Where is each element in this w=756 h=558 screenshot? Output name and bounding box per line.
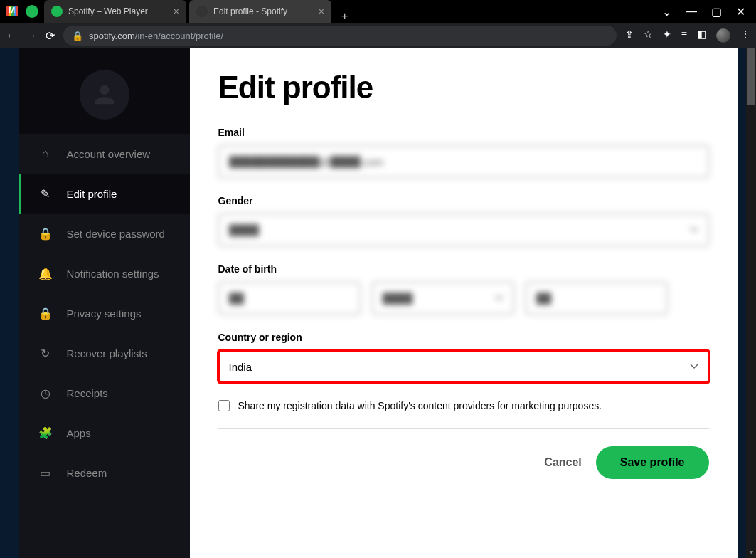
sidebar-item-set-device-password[interactable]: 🔒 Set device password: [19, 214, 190, 253]
button-row: Cancel Save profile: [218, 446, 709, 479]
lock-icon: 🔒: [38, 227, 53, 241]
sidebar-item-label: Account overview: [67, 148, 151, 160]
sidebar-item-label: Apps: [67, 427, 91, 439]
tab-title: Edit profile - Spotify: [213, 6, 287, 16]
lock-icon: 🔒: [72, 31, 83, 41]
save-button[interactable]: Save profile: [596, 446, 709, 479]
country-label: Country or region: [218, 332, 709, 343]
address-bar: ← → ⟳ 🔒 spotify.com/in-en/account/profil…: [0, 23, 756, 48]
country-select[interactable]: India: [218, 350, 709, 383]
tabs-area: Spotify – Web Player × Edit profile - Sp…: [0, 0, 355, 23]
profile-avatar-icon[interactable]: [716, 28, 730, 43]
chevron-down-icon[interactable]: ⌄: [662, 5, 671, 19]
extensions-icon[interactable]: ✦: [663, 28, 671, 43]
home-icon: ⌂: [38, 147, 53, 160]
sidebar-item-label: Edit profile: [67, 188, 117, 200]
dob-month-select[interactable]: ████: [372, 282, 514, 315]
checkbox-label: Share my registration data with Spotify'…: [238, 400, 602, 411]
browser-titlebar: Spotify – Web Player × Edit profile - Sp…: [0, 0, 756, 23]
url-field[interactable]: 🔒 spotify.com/in-en/account/profile/: [63, 26, 617, 46]
close-icon[interactable]: ×: [319, 6, 324, 17]
close-icon[interactable]: ×: [174, 6, 179, 17]
scrollbar-thumb[interactable]: [747, 48, 755, 105]
sidebar-item-label: Privacy settings: [67, 307, 142, 320]
sidebar-item-account-overview[interactable]: ⌂ Account overview: [19, 134, 190, 174]
dob-label: Date of birth: [218, 263, 709, 275]
scroll-down-icon[interactable]: ▾: [746, 548, 756, 558]
new-tab-button[interactable]: +: [334, 10, 355, 23]
forward-button[interactable]: →: [26, 29, 37, 42]
minimize-icon[interactable]: —: [686, 5, 697, 19]
maximize-icon[interactable]: ▢: [711, 5, 722, 19]
pinned-tab-icon[interactable]: [26, 5, 38, 18]
url-host: spotify.com: [89, 31, 135, 41]
spotify-icon: [51, 6, 63, 17]
main-content: Edit profile Email Gender ████ Date of b…: [190, 48, 738, 558]
menu-icon[interactable]: ⋮: [740, 28, 750, 43]
share-data-checkbox[interactable]: [218, 400, 230, 411]
dob-day-input[interactable]: [218, 282, 361, 315]
sidebar-item-label: Recover playlists: [67, 347, 147, 359]
edit-icon: ✎: [38, 187, 53, 201]
window-controls: ⌄ — ▢ ✕: [651, 5, 756, 19]
tab-title: Spotify – Web Player: [68, 6, 148, 16]
sidebar: ⌂ Account overview ✎ Edit profile 🔒 Set …: [19, 48, 190, 558]
sidebar-item-redeem[interactable]: ▭ Redeem: [19, 453, 190, 493]
card-icon: ▭: [38, 466, 53, 480]
page-title: Edit profile: [218, 70, 709, 105]
gmail-icon[interactable]: [6, 6, 18, 16]
sidebar-item-label: Set device password: [67, 228, 165, 240]
playlist-icon[interactable]: ≡: [681, 28, 687, 43]
back-button[interactable]: ←: [6, 29, 17, 42]
refresh-icon: ↻: [38, 347, 53, 360]
gender-label: Gender: [218, 195, 709, 206]
clock-icon: ◷: [38, 386, 53, 400]
bell-icon: 🔔: [38, 267, 53, 280]
sidebar-item-receipts[interactable]: ◷ Receipts: [19, 373, 190, 413]
page-background: ⌂ Account overview ✎ Edit profile 🔒 Set …: [0, 48, 756, 558]
sidebar-item-label: Receipts: [67, 387, 108, 399]
email-input[interactable]: [218, 145, 709, 178]
share-data-row: Share my registration data with Spotify'…: [218, 400, 709, 429]
avatar-box: [19, 48, 190, 134]
gender-select[interactable]: ████: [218, 214, 709, 246]
dob-year-input[interactable]: [526, 282, 668, 315]
puzzle-icon: 🧩: [38, 426, 53, 440]
sidebar-item-recover-playlists[interactable]: ↻ Recover playlists: [19, 333, 190, 373]
sidebar-item-edit-profile[interactable]: ✎ Edit profile: [19, 174, 190, 214]
spotify-icon: [196, 6, 208, 17]
scrollbar[interactable]: ▾: [746, 48, 756, 558]
tab-edit-profile[interactable]: Edit profile - Spotify ×: [189, 0, 331, 23]
avatar-placeholder-icon: [80, 70, 129, 120]
sidepanel-icon[interactable]: ◧: [697, 28, 706, 43]
sidebar-item-label: Redeem: [67, 467, 107, 479]
sidebar-item-notification-settings[interactable]: 🔔 Notification settings: [19, 253, 190, 293]
dob-row: ████: [218, 282, 709, 315]
reload-button[interactable]: ⟳: [46, 29, 55, 43]
sidebar-item-apps[interactable]: 🧩 Apps: [19, 413, 190, 453]
star-icon[interactable]: ☆: [644, 28, 653, 43]
country-highlight: India: [218, 350, 709, 383]
sidebar-item-privacy-settings[interactable]: 🔒 Privacy settings: [19, 293, 190, 333]
close-icon[interactable]: ✕: [736, 5, 745, 19]
tab-spotify-player[interactable]: Spotify – Web Player ×: [44, 0, 186, 23]
page-container: ⌂ Account overview ✎ Edit profile 🔒 Set …: [19, 48, 738, 558]
sidebar-item-label: Notification settings: [67, 268, 159, 280]
lock-icon: 🔒: [38, 307, 53, 320]
share-icon[interactable]: ⇪: [625, 28, 634, 43]
url-path: /in-en/account/profile/: [135, 31, 223, 41]
toolbar-icons: ⇪ ☆ ✦ ≡ ◧ ⋮: [625, 28, 750, 43]
cancel-button[interactable]: Cancel: [544, 456, 581, 469]
email-label: Email: [218, 127, 709, 138]
pinned-tabs: [0, 0, 44, 23]
